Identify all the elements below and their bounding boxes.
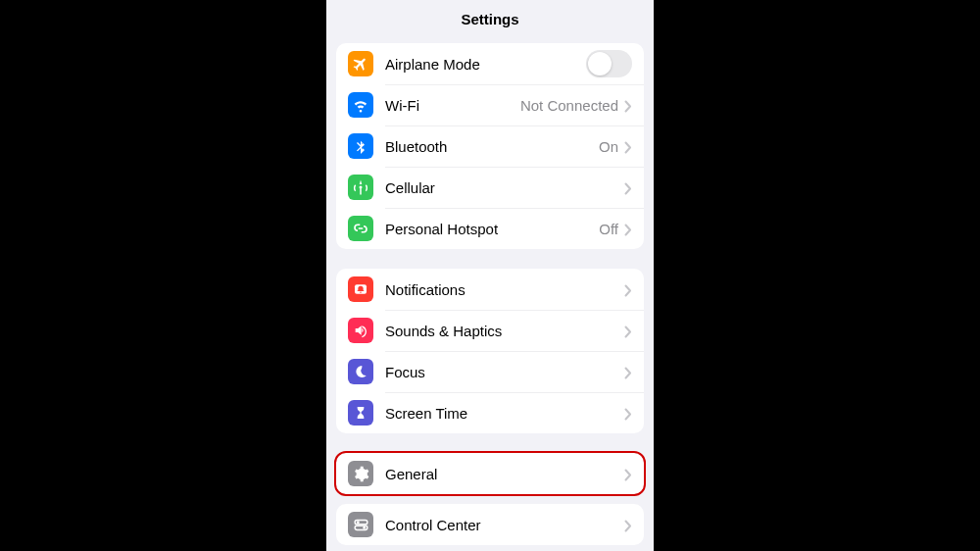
page-title: Settings (461, 11, 518, 27)
row-label: Cellular (385, 179, 624, 196)
chevron-right-icon (624, 181, 632, 194)
row-label: Wi-Fi (385, 97, 520, 114)
row-personal-hotspot[interactable]: Personal Hotspot Off (336, 208, 644, 249)
row-screen-time[interactable]: Screen Time (336, 392, 644, 433)
bell-icon (348, 276, 373, 302)
wifi-icon (348, 92, 373, 118)
row-value: On (599, 138, 618, 155)
svg-point-4 (363, 526, 366, 528)
gear-icon (348, 461, 373, 486)
row-focus[interactable]: Focus (336, 351, 644, 392)
airplane-icon (348, 51, 373, 76)
toggle-knob (588, 52, 612, 75)
row-value: Off (599, 221, 618, 237)
row-label: General (385, 466, 624, 482)
row-label: Focus (385, 364, 624, 380)
chevron-right-icon (624, 366, 632, 378)
group-connectivity: Airplane Mode Wi-Fi Not Connected Blueto… (336, 43, 644, 249)
hotspot-icon (348, 216, 373, 241)
row-control-center[interactable]: Control Center (336, 504, 644, 545)
chevron-right-icon (624, 283, 632, 296)
nav-bar: Settings (326, 0, 654, 33)
row-airplane-mode[interactable]: Airplane Mode (336, 43, 644, 84)
row-label: Airplane Mode (385, 56, 586, 73)
row-label: Personal Hotspot (385, 221, 599, 237)
row-label: Screen Time (385, 405, 624, 422)
chevron-right-icon (624, 468, 632, 480)
chevron-right-icon (624, 519, 632, 531)
row-cellular[interactable]: Cellular (336, 167, 644, 208)
row-general[interactable]: General (336, 453, 644, 494)
row-value: Not Connected (520, 97, 618, 114)
hourglass-icon (348, 400, 373, 426)
row-wifi[interactable]: Wi-Fi Not Connected (336, 84, 644, 125)
group-control-center: Control Center (336, 504, 644, 545)
speaker-icon (348, 318, 373, 343)
chevron-right-icon (624, 407, 632, 420)
chevron-right-icon (624, 140, 632, 153)
chevron-right-icon (624, 325, 632, 337)
group-general: General (336, 453, 644, 494)
chevron-right-icon (624, 223, 632, 235)
row-bluetooth[interactable]: Bluetooth On (336, 125, 644, 167)
antenna-icon (348, 175, 373, 200)
row-notifications[interactable]: Notifications (336, 269, 644, 310)
bluetooth-icon (348, 133, 373, 159)
group-preferences: Notifications Sounds & Haptics Focus (336, 269, 644, 433)
airplane-mode-toggle[interactable] (586, 50, 632, 77)
moon-icon (348, 359, 373, 384)
row-label: Control Center (385, 517, 624, 533)
row-label: Notifications (385, 281, 624, 298)
row-sounds-haptics[interactable]: Sounds & Haptics (336, 310, 644, 351)
row-label: Sounds & Haptics (385, 323, 624, 339)
settings-screen: Settings Airplane Mode Wi-Fi Not Connect… (326, 0, 654, 551)
switches-icon (348, 512, 373, 537)
svg-point-2 (356, 521, 359, 524)
row-label: Bluetooth (385, 138, 599, 155)
chevron-right-icon (624, 99, 632, 112)
